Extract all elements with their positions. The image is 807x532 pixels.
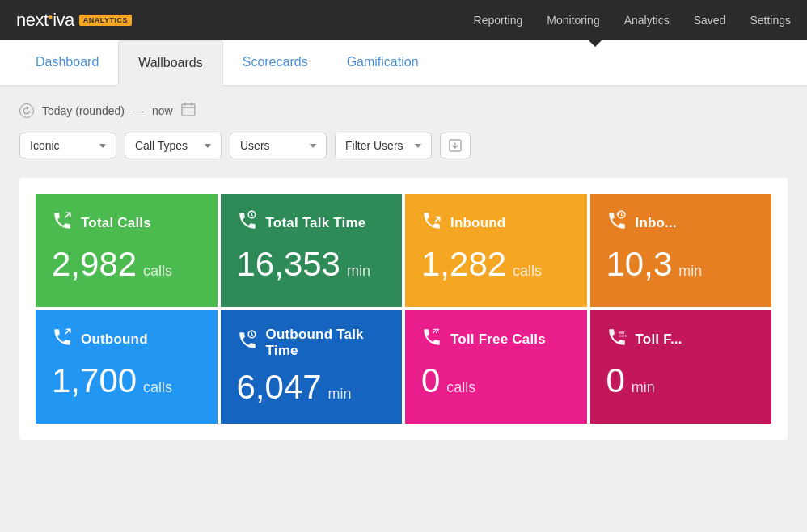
outbound-title: Outbound (81, 331, 148, 348)
nav-links: Reporting Monitoring Analytics Saved Set… (474, 14, 791, 27)
total-talk-title: Total Talk Time (266, 215, 366, 231)
tab-gamification[interactable]: Gamification (327, 40, 438, 85)
users-select[interactable]: Users (230, 133, 327, 158)
cards-container: Total Calls 2,982 calls (19, 178, 788, 440)
calendar-icon[interactable] (181, 102, 196, 120)
outbound-clock-icon: ∞ (237, 330, 258, 356)
inbound-value: 1,282 (421, 247, 506, 281)
nav-reporting[interactable]: Reporting (474, 14, 523, 27)
card-outbound-talk-time: ∞ Outbound Talk Time 6,047 min (221, 310, 403, 424)
date-separator: — (133, 104, 144, 117)
phone-clock-icon (237, 210, 258, 236)
nav-settings[interactable]: Settings (750, 14, 791, 27)
toll-free-partial-unit: min (632, 379, 655, 396)
nav-analytics[interactable]: Analytics (624, 14, 670, 27)
date-text: Today (rounded) (42, 104, 125, 117)
total-calls-title: Total Calls (81, 215, 151, 231)
view-type-value: Iconic (30, 139, 93, 152)
view-type-select[interactable]: Iconic (19, 133, 116, 158)
tabs-area: Dashboard Wallboards Scorecards Gamifica… (0, 40, 807, 86)
top-navigation: next●iva ANALYTICS Reporting Monitoring … (0, 0, 807, 40)
toll-free-partial-title: Toll F... (636, 331, 682, 348)
nav-saved[interactable]: Saved (694, 14, 726, 27)
outbound-phone-icon (52, 327, 73, 353)
total-talk-unit: min (347, 263, 370, 280)
tab-wallboards[interactable]: Wallboards (118, 40, 222, 86)
card-inbound-partial: Inbo... 10,3 min (590, 194, 772, 307)
card-total-talk-time: Total Talk Time 16,353 min (221, 194, 403, 307)
refresh-icon[interactable] (19, 103, 34, 118)
chevron-down-icon (415, 144, 421, 148)
outbound-unit: calls (143, 379, 172, 396)
export-button[interactable] (440, 133, 471, 158)
total-calls-unit: calls (143, 263, 172, 280)
total-talk-value: 16,353 (237, 247, 340, 281)
inbound-phone-icon (421, 210, 442, 236)
card-toll-free: Toll Free Calls 0 calls (405, 310, 587, 424)
phone-icon (52, 210, 73, 236)
total-calls-value: 2,982 (52, 247, 137, 281)
toll-free-icon (421, 327, 442, 353)
toll-free-value: 0 (421, 364, 440, 398)
filter-bar: Iconic Call Types Users Filter Users (19, 133, 788, 158)
date-now: now (152, 104, 173, 117)
inbound-partial-unit: min (678, 263, 702, 280)
inbound-talk-icon (606, 210, 627, 236)
card-outbound: Outbound 1,700 calls (36, 310, 218, 424)
logo-area: next●iva ANALYTICS (16, 10, 132, 31)
nav-caret (589, 40, 602, 47)
svg-text:00:00: 00:00 (619, 334, 627, 338)
cards-row-1: Total Calls 2,982 calls (36, 194, 771, 307)
cards-row-2: Outbound 1,700 calls ∞ (36, 310, 771, 424)
logo-text: next●iva (16, 10, 74, 31)
toll-free-title: Toll Free Calls (450, 331, 546, 348)
outbound-talk-title: Outbound Talk Time (266, 327, 387, 359)
toll-free-partial-value: 0 (606, 364, 625, 398)
content-area: Today (rounded) — now Iconic Call Types … (0, 86, 807, 456)
users-value: Users (240, 139, 303, 152)
tab-scorecards[interactable]: Scorecards (223, 40, 327, 85)
chevron-down-icon (310, 144, 316, 148)
svg-line-5 (65, 213, 70, 218)
filter-users-select[interactable]: Filter Users (335, 133, 432, 158)
svg-text:∞: ∞ (248, 334, 251, 337)
card-inbound: Inbound 1,282 calls (405, 194, 587, 307)
call-types-value: Call Types (135, 139, 198, 152)
nav-monitoring[interactable]: Monitoring (547, 14, 599, 27)
logo-badge: ANALYTICS (79, 15, 132, 26)
inbound-partial-title: Inbo... (636, 215, 677, 231)
outbound-talk-value: 6,047 (237, 370, 322, 404)
toll-free-time-icon: 888 00:00 (606, 327, 627, 353)
card-total-calls: Total Calls 2,982 calls (36, 194, 218, 307)
toll-free-unit: calls (446, 379, 475, 396)
inbound-partial-value: 10,3 (606, 247, 673, 281)
inbound-title: Inbound (450, 215, 505, 231)
chevron-down-icon (205, 144, 211, 148)
svg-rect-0 (182, 104, 195, 116)
filter-users-value: Filter Users (345, 139, 408, 152)
chevron-down-icon (99, 144, 106, 148)
card-toll-free-partial: 888 00:00 Toll F... 0 min (590, 310, 772, 424)
outbound-talk-unit: min (328, 386, 352, 403)
call-types-select[interactable]: Call Types (125, 133, 222, 158)
outbound-value: 1,700 (52, 364, 137, 398)
inbound-unit: calls (513, 263, 542, 280)
date-bar: Today (rounded) — now (19, 102, 788, 120)
tab-dashboard[interactable]: Dashboard (16, 40, 118, 85)
